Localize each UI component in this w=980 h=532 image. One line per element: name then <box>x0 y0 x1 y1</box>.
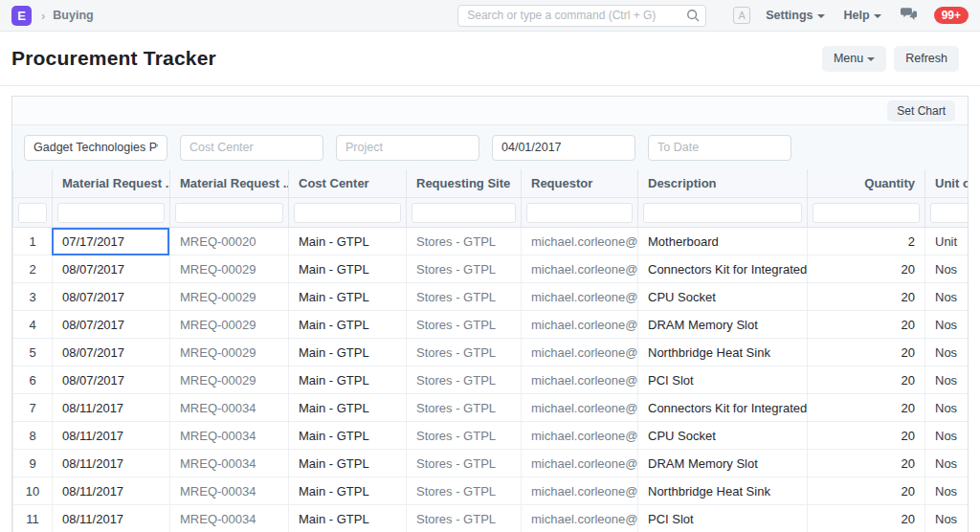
table-cell[interactable]: michael.corleone@g... <box>521 283 637 311</box>
column-filter-input[interactable] <box>526 203 633 223</box>
table-cell[interactable]: Stores - GTPL <box>406 477 521 505</box>
settings-menu[interactable]: Settings <box>766 9 824 22</box>
app-logo[interactable]: E <box>11 6 32 26</box>
help-menu[interactable]: Help <box>844 9 881 22</box>
notification-badge[interactable]: 99+ <box>934 7 969 24</box>
table-cell[interactable]: Stores - GTPL <box>406 228 521 255</box>
table-cell[interactable]: Main - GTPL <box>288 255 406 283</box>
table-cell[interactable]: MREQ-00034 <box>169 422 288 450</box>
table-cell[interactable]: Stores - GTPL <box>406 422 521 450</box>
table-cell[interactable]: CPU Socket <box>637 283 807 311</box>
column-filter-input[interactable] <box>175 203 283 223</box>
table-cell[interactable]: MREQ-00020 <box>169 228 288 255</box>
table-cell[interactable]: Main - GTPL <box>288 366 406 394</box>
table-cell[interactable]: Stores - GTPL <box>406 255 521 283</box>
table-cell[interactable]: 20 <box>807 283 924 311</box>
table-cell[interactable]: 20 <box>807 255 924 283</box>
table-cell[interactable]: 20 <box>807 422 924 450</box>
table-cell[interactable]: 20 <box>807 450 924 477</box>
table-cell[interactable]: Main - GTPL <box>288 394 406 422</box>
table-cell[interactable]: Main - GTPL <box>288 505 406 532</box>
table-cell[interactable]: 08/07/2017 <box>52 311 169 339</box>
table-cell[interactable]: Nos <box>924 255 969 283</box>
table-cell[interactable]: 20 <box>807 311 924 339</box>
breadcrumb[interactable]: Buying <box>53 9 93 22</box>
table-cell[interactable]: DRAM Memory Slot <box>637 450 807 477</box>
table-cell[interactable]: michael.corleone@g... <box>521 366 637 394</box>
from-date-filter[interactable] <box>492 135 635 161</box>
table-cell[interactable]: Main - GTPL <box>288 422 406 450</box>
table-cell[interactable]: Stores - GTPL <box>406 339 521 366</box>
table-cell[interactable]: 08/11/2017 <box>52 394 169 422</box>
table-cell[interactable]: MREQ-00034 <box>169 394 288 422</box>
table-cell[interactable]: MREQ-00029 <box>169 255 288 283</box>
column-header[interactable]: Material Request ... <box>52 169 169 198</box>
column-filter-input[interactable] <box>57 203 165 223</box>
table-cell[interactable]: Connectors Kit for Integrated P... <box>637 394 807 422</box>
table-cell[interactable]: Nos <box>924 283 969 311</box>
table-cell[interactable]: 08/11/2017 <box>52 422 169 450</box>
table-cell[interactable]: Main - GTPL <box>288 311 406 339</box>
table-cell[interactable]: 20 <box>807 477 924 505</box>
table-cell[interactable]: Main - GTPL <box>288 228 406 255</box>
table-cell[interactable]: CPU Socket <box>637 422 807 450</box>
table-cell[interactable]: Connectors Kit for Integrated P... <box>637 255 807 283</box>
company-filter[interactable] <box>24 135 167 161</box>
table-cell[interactable]: Stores - GTPL <box>406 394 521 422</box>
table-cell[interactable]: Main - GTPL <box>288 477 406 505</box>
table-cell[interactable]: michael.corleone@g... <box>521 477 637 505</box>
table-cell[interactable]: Main - GTPL <box>288 450 406 477</box>
table-cell[interactable]: michael.corleone@g... <box>521 339 637 366</box>
table-cell[interactable]: Stores - GTPL <box>406 505 521 532</box>
table-cell[interactable]: Stores - GTPL <box>406 450 521 477</box>
table-cell[interactable]: Nos <box>924 339 969 366</box>
column-filter-input[interactable] <box>294 203 401 223</box>
table-cell[interactable]: Nos <box>924 505 969 532</box>
set-chart-button[interactable]: Set Chart <box>887 100 955 122</box>
table-cell[interactable]: 20 <box>807 366 924 394</box>
table-cell[interactable]: Nos <box>924 477 969 505</box>
column-filter-input[interactable] <box>930 203 969 223</box>
column-filter-input[interactable] <box>813 203 920 223</box>
column-filter-input[interactable] <box>412 203 516 223</box>
table-cell[interactable]: Stores - GTPL <box>406 311 521 339</box>
table-cell[interactable]: Northbridge Heat Sink <box>637 339 807 366</box>
column-header[interactable]: Description <box>637 169 807 198</box>
table-cell[interactable]: 08/11/2017 <box>52 477 169 505</box>
column-header[interactable]: Quantity <box>807 169 924 198</box>
column-header[interactable]: Requestor <box>521 169 637 198</box>
table-cell[interactable]: Motherboard <box>637 228 807 255</box>
table-cell[interactable]: MREQ-00029 <box>169 283 288 311</box>
chat-icon[interactable] <box>901 7 917 25</box>
column-filter-input[interactable] <box>18 203 47 223</box>
table-cell[interactable]: Main - GTPL <box>288 283 406 311</box>
table-cell[interactable]: 07/17/2017 <box>52 228 169 255</box>
table-cell[interactable]: michael.corleone@g... <box>521 394 637 422</box>
column-header[interactable]: Material Request ... <box>169 169 288 198</box>
search-input[interactable] <box>457 5 706 27</box>
table-cell[interactable]: MREQ-00029 <box>169 339 288 366</box>
table-cell[interactable]: 20 <box>807 339 924 366</box>
project-filter[interactable] <box>336 135 479 161</box>
table-cell[interactable]: 20 <box>807 505 924 532</box>
table-cell[interactable]: michael.corleone@g... <box>521 505 637 532</box>
table-cell[interactable]: PCI Slot <box>637 366 807 394</box>
refresh-button[interactable]: Refresh <box>894 46 959 72</box>
table-cell[interactable]: 08/11/2017 <box>52 450 169 477</box>
column-header[interactable]: Cost Center <box>288 169 406 198</box>
column-header[interactable]: Requesting Site <box>406 169 521 198</box>
table-cell[interactable]: Main - GTPL <box>288 339 406 366</box>
table-cell[interactable]: michael.corleone@g... <box>521 228 637 255</box>
to-date-filter[interactable] <box>648 135 791 161</box>
table-cell[interactable]: 2 <box>807 228 924 255</box>
table-cell[interactable]: 08/07/2017 <box>52 255 169 283</box>
table-cell[interactable]: MREQ-00029 <box>169 311 288 339</box>
table-cell[interactable]: Northbridge Heat Sink <box>637 477 807 505</box>
table-cell[interactable]: 08/07/2017 <box>52 366 169 394</box>
table-cell[interactable]: Nos <box>924 366 969 394</box>
menu-button[interactable]: Menu <box>822 46 886 72</box>
table-cell[interactable]: Unit <box>924 228 969 255</box>
table-cell[interactable]: Nos <box>924 394 969 422</box>
column-header[interactable]: Unit o <box>924 169 969 198</box>
table-cell[interactable]: michael.corleone@g... <box>521 450 637 477</box>
